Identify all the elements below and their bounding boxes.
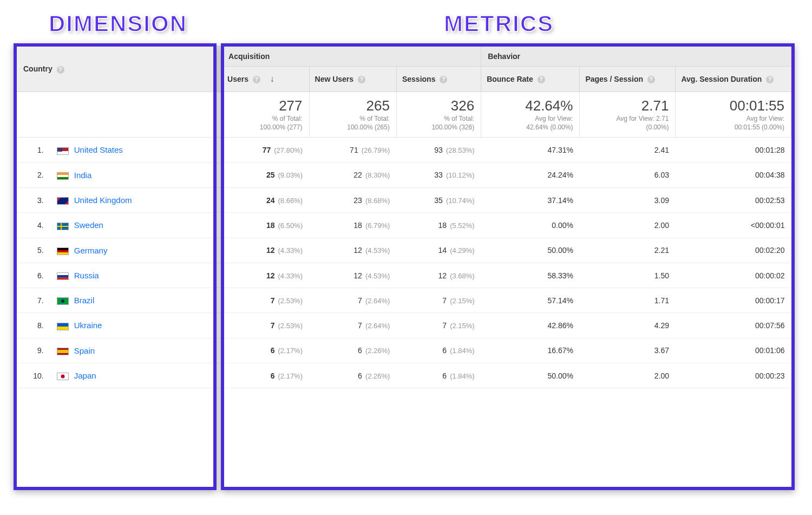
cell-pages-session: 1.71 bbox=[580, 288, 676, 313]
header-sessions[interactable]: Sessions ? bbox=[396, 67, 481, 92]
header-bounce-rate[interactable]: Bounce Rate ? bbox=[481, 67, 580, 92]
summary-new-users-sub1: % of Total: bbox=[316, 114, 390, 123]
annotation-metrics-label: METRICS bbox=[444, 11, 554, 37]
flag-icon bbox=[57, 323, 69, 330]
cell-users: 12(4.33%) bbox=[222, 238, 309, 263]
header-group-behavior: Behavior bbox=[481, 47, 791, 67]
country-link[interactable]: Spain bbox=[74, 346, 95, 355]
header-users[interactable]: Users ? ↓ bbox=[222, 67, 309, 92]
annotation-dimension-label: DIMENSION bbox=[49, 11, 187, 37]
row-country-cell[interactable]: Russia bbox=[47, 263, 222, 288]
row-country-cell[interactable]: United Kingdom bbox=[47, 187, 222, 212]
help-icon[interactable]: ? bbox=[440, 76, 447, 83]
cell-new-users: 12(4.53%) bbox=[309, 238, 396, 263]
flag-icon bbox=[57, 223, 69, 230]
cell-new-users: 7(2.64%) bbox=[309, 288, 396, 313]
summary-sessions-value: 326 bbox=[403, 97, 474, 114]
summary-new-users: 265 % of Total: 100.00% (265) bbox=[309, 92, 396, 138]
cell-bounce-rate: 37.14% bbox=[481, 187, 580, 212]
cell-users: 25(9.03%) bbox=[222, 162, 309, 187]
cell-avg-session-duration: 00:01:28 bbox=[676, 138, 791, 162]
row-country-cell[interactable]: Germany bbox=[47, 238, 222, 263]
cell-sessions: 7(2.15%) bbox=[396, 288, 481, 313]
row-country-cell[interactable]: Brazil bbox=[47, 288, 222, 313]
row-rank: 5. bbox=[17, 238, 47, 263]
cell-sessions: 7(2.15%) bbox=[396, 313, 481, 338]
row-rank: 10. bbox=[17, 363, 47, 388]
cell-pages-session: 4.29 bbox=[580, 313, 676, 338]
row-country-cell[interactable]: Spain bbox=[47, 338, 222, 363]
header-group-acquisition: Acquisition bbox=[222, 47, 481, 67]
cell-avg-session-duration: 00:00:02 bbox=[676, 263, 791, 288]
header-dimension-country[interactable]: Country ? bbox=[17, 47, 222, 92]
country-link[interactable]: Sweden bbox=[74, 220, 103, 230]
header-dimension-label: Country bbox=[23, 64, 53, 73]
country-link[interactable]: United Kingdom bbox=[74, 195, 132, 205]
row-rank: 6. bbox=[17, 263, 47, 288]
cell-new-users: 22(8.30%) bbox=[309, 162, 396, 187]
table-row: 2.India25(9.03%)22(8.30%)33(10.12%)24.24… bbox=[17, 162, 791, 187]
summary-users-sub2: 100.00% (277) bbox=[228, 123, 302, 132]
cell-bounce-rate: 47.31% bbox=[481, 138, 580, 162]
cell-users: 18(6.50%) bbox=[222, 213, 309, 238]
summary-dimension-empty bbox=[17, 92, 222, 138]
help-icon[interactable]: ? bbox=[766, 76, 774, 83]
help-icon[interactable]: ? bbox=[647, 76, 655, 83]
cell-avg-session-duration: 00:02:53 bbox=[676, 187, 791, 212]
cell-users: 7(2.53%) bbox=[222, 288, 309, 313]
help-icon[interactable]: ? bbox=[538, 76, 545, 83]
cell-new-users: 6(2.26%) bbox=[309, 338, 396, 363]
row-rank: 7. bbox=[17, 288, 47, 313]
cell-bounce-rate: 16.67% bbox=[481, 338, 580, 363]
analytics-report-table: Country ? Acquisition Behavior Users ? ↓… bbox=[16, 46, 791, 388]
summary-users-value: 277 bbox=[228, 97, 302, 114]
cell-new-users: 12(4.53%) bbox=[309, 263, 396, 288]
header-sessions-label: Sessions bbox=[402, 75, 435, 83]
table-row: 1.United States77(27.80%)71(26.79%)93(28… bbox=[17, 138, 791, 162]
cell-sessions: 6(1.84%) bbox=[396, 363, 481, 388]
help-icon[interactable]: ? bbox=[358, 76, 365, 83]
cell-new-users: 18(6.79%) bbox=[309, 213, 396, 238]
table-row: 5.Germany12(4.33%)12(4.53%)14(4.29%)50.0… bbox=[17, 238, 791, 263]
table-row: 7.Brazil7(2.53%)7(2.64%)7(2.15%)57.14%1.… bbox=[17, 288, 791, 313]
row-country-cell[interactable]: Ukraine bbox=[47, 313, 222, 338]
cell-sessions: 12(3.68%) bbox=[396, 263, 481, 288]
row-rank: 3. bbox=[17, 187, 47, 212]
header-pages-session[interactable]: Pages / Session ? bbox=[580, 67, 676, 92]
country-link[interactable]: Japan bbox=[74, 371, 96, 380]
help-icon[interactable]: ? bbox=[253, 76, 260, 83]
sort-descending-icon[interactable]: ↓ bbox=[270, 74, 274, 83]
row-country-cell[interactable]: India bbox=[47, 162, 222, 187]
header-bounce-rate-label: Bounce Rate bbox=[487, 75, 533, 83]
row-rank: 8. bbox=[17, 313, 47, 338]
summary-pages-session-sub1: Avg for View: 2.71 bbox=[586, 114, 669, 123]
cell-sessions: 93(28.53%) bbox=[396, 138, 481, 162]
cell-users: 77(27.80%) bbox=[222, 138, 309, 162]
cell-avg-session-duration: 00:07:56 bbox=[676, 313, 791, 338]
summary-sessions-sub1: % of Total: bbox=[403, 114, 474, 123]
summary-sessions: 326 % of Total: 100.00% (326) bbox=[396, 92, 481, 138]
row-rank: 1. bbox=[17, 138, 47, 162]
country-link[interactable]: Brazil bbox=[74, 296, 95, 305]
cell-sessions: 18(5.52%) bbox=[396, 213, 481, 238]
header-pages-session-label: Pages / Session bbox=[585, 75, 643, 83]
row-country-cell[interactable]: Japan bbox=[47, 363, 222, 388]
summary-avg-session-duration-sub2: 00:01:55 (0.00%) bbox=[682, 123, 784, 132]
flag-icon bbox=[57, 147, 69, 155]
table-row: 9.Spain6(2.17%)6(2.26%)6(1.84%)16.67%3.6… bbox=[17, 338, 791, 363]
country-link[interactable]: Germany bbox=[74, 246, 108, 255]
country-link[interactable]: India bbox=[74, 171, 92, 180]
header-new-users[interactable]: New Users ? bbox=[309, 67, 396, 92]
country-link[interactable]: Ukraine bbox=[74, 321, 102, 330]
summary-users-sub1: % of Total: bbox=[228, 114, 302, 123]
cell-bounce-rate: 24.24% bbox=[481, 162, 580, 187]
row-country-cell[interactable]: United States bbox=[47, 138, 222, 162]
country-link[interactable]: Russia bbox=[74, 271, 99, 280]
header-avg-session-duration[interactable]: Avg. Session Duration ? bbox=[676, 67, 791, 92]
row-country-cell[interactable]: Sweden bbox=[47, 213, 222, 238]
summary-pages-session-value: 2.71 bbox=[586, 97, 669, 114]
country-link[interactable]: United States bbox=[74, 145, 123, 154]
cell-users: 7(2.53%) bbox=[222, 313, 309, 338]
help-icon[interactable]: ? bbox=[57, 66, 64, 74]
summary-bounce-rate-sub1: Avg for View: bbox=[488, 114, 573, 123]
